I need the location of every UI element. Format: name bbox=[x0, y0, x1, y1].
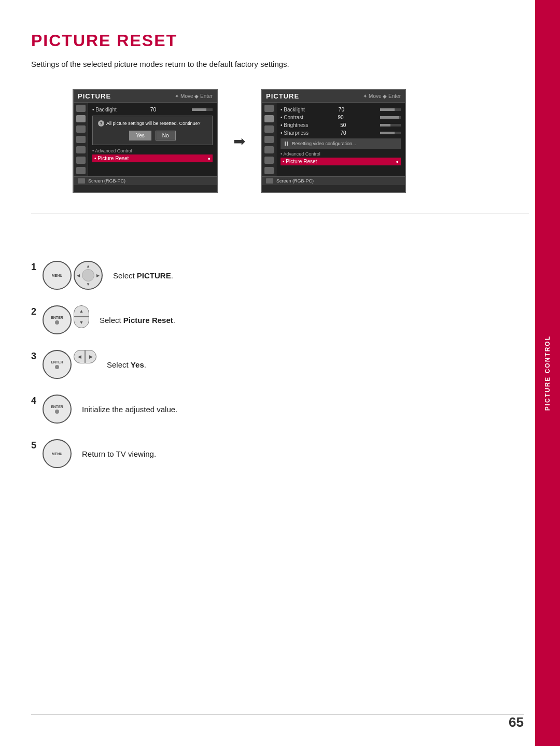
page-title: PICTURE RESET bbox=[31, 31, 529, 50]
after-screen: PICTURE ✦ Move ◆ Enter • Backlight 70 bbox=[261, 89, 406, 193]
after-backlight-label: • Backlight bbox=[281, 107, 305, 112]
after-sharpness-value: 70 bbox=[340, 130, 346, 136]
step-3-text: Select Yes. bbox=[107, 359, 146, 370]
nav-left-1: ◀ bbox=[77, 273, 80, 278]
menu-label-1: MENU bbox=[52, 274, 63, 277]
bottom-line bbox=[31, 714, 524, 715]
after-brightness-label: • Brightness bbox=[281, 122, 309, 128]
step-3-number: 3 bbox=[31, 351, 41, 362]
dialog-text: All picture settings will be resetted. C… bbox=[106, 121, 201, 126]
before-screen-title: PICTURE bbox=[78, 92, 111, 100]
before-footer: Screen (RGB-PC) bbox=[88, 178, 125, 184]
arrow-icon: ➡ bbox=[233, 133, 245, 150]
step-5-text: Return to TV viewing. bbox=[82, 448, 156, 459]
right-sidebar: PICTURE CONTROL bbox=[535, 0, 560, 746]
updown-nav-2[interactable]: ▲ ▼ bbox=[74, 305, 89, 334]
nav-left-3[interactable]: ◀ bbox=[74, 350, 85, 363]
nav-down-2[interactable]: ▼ bbox=[74, 317, 89, 328]
enter-dot-4 bbox=[55, 410, 59, 414]
step-4-text: Initialize the adjusted value. bbox=[82, 404, 177, 415]
nav-center-1 bbox=[82, 269, 94, 281]
leftright-nav-3[interactable]: ◀ ▶ bbox=[74, 350, 96, 363]
before-backlight-value: 70 bbox=[150, 107, 156, 112]
step-5-number: 5 bbox=[31, 440, 41, 451]
before-nav-hint: ✦ Move ◆ Enter bbox=[175, 93, 213, 99]
menu-label-5: MENU bbox=[52, 452, 63, 456]
enter-label-4: ENTER bbox=[51, 405, 63, 409]
step-2: 2 ENTER ▲ ▼ Select Picture Reset. bbox=[31, 305, 529, 334]
after-advanced-control: • Advanced Control bbox=[281, 151, 320, 157]
enter-button-4[interactable]: ENTER bbox=[43, 395, 72, 424]
step-2-number: 2 bbox=[31, 306, 41, 317]
nav-right-3[interactable]: ▶ bbox=[85, 350, 96, 363]
subtitle: Settings of the selected picture modes r… bbox=[31, 60, 529, 68]
page-number: 65 bbox=[509, 714, 524, 730]
enter-button-3[interactable]: ENTER bbox=[43, 350, 72, 379]
step-5: 5 MENU Return to TV viewing. bbox=[31, 439, 529, 468]
steps-section: 1 MENU ▲ ▼ ◀ ▶ Select PICTURE. 2 ENTER bbox=[0, 261, 560, 468]
after-contrast-value: 90 bbox=[338, 115, 343, 120]
enter-dot-3 bbox=[55, 365, 59, 369]
enter-label-3: ENTER bbox=[51, 360, 63, 364]
step-1-text: Select PICTURE. bbox=[113, 270, 173, 281]
enter-button-2[interactable]: ENTER bbox=[43, 305, 72, 334]
after-nav-hint: ✦ Move ◆ Enter bbox=[363, 93, 401, 99]
screenshots-row: PICTURE ✦ Move ◆ Enter • Backlight 70 bbox=[73, 89, 529, 193]
nav-wheel-1[interactable]: ▲ ▼ ◀ ▶ bbox=[74, 261, 103, 290]
no-button[interactable]: No bbox=[156, 131, 176, 140]
nav-up-1: ▲ bbox=[86, 264, 90, 269]
after-footer: Screen (RGB-PC) bbox=[276, 178, 314, 184]
menu-button-5[interactable]: MENU bbox=[43, 439, 72, 468]
after-screen-title: PICTURE bbox=[266, 92, 299, 100]
step-4: 4 ENTER Initialize the adjusted value. bbox=[31, 395, 529, 424]
resetting-text: Resetting video configuration... bbox=[292, 141, 356, 146]
before-screen: PICTURE ✦ Move ◆ Enter • Backlight 70 bbox=[73, 89, 218, 193]
step-1-number: 1 bbox=[31, 262, 41, 273]
nav-down-1: ▼ bbox=[86, 282, 90, 287]
step-3: 3 ENTER ◀ ▶ Select Yes. bbox=[31, 350, 529, 379]
before-backlight-label: • Backlight bbox=[92, 107, 117, 112]
enter-dot-2 bbox=[55, 320, 59, 325]
after-sharpness-label: • Sharpness bbox=[281, 130, 309, 136]
menu-button-1[interactable]: MENU bbox=[43, 261, 72, 290]
after-picture-reset: • Picture Reset bbox=[283, 159, 317, 164]
yes-button[interactable]: Yes bbox=[129, 131, 151, 140]
before-picture-reset: • Picture Reset bbox=[94, 156, 129, 161]
step-1: 1 MENU ▲ ▼ ◀ ▶ Select PICTURE. bbox=[31, 261, 529, 290]
sidebar-label: PICTURE CONTROL bbox=[544, 335, 551, 411]
enter-label-2: ENTER bbox=[51, 316, 63, 319]
after-contrast-label: • Contrast bbox=[281, 115, 303, 120]
before-advanced-control: • Advanced Control bbox=[92, 148, 132, 153]
step-4-number: 4 bbox=[31, 396, 41, 406]
after-brightness-value: 50 bbox=[340, 122, 346, 128]
after-backlight-value: 70 bbox=[339, 107, 344, 112]
nav-right-1: ▶ bbox=[96, 273, 100, 278]
step-2-text: Select Picture Reset. bbox=[100, 315, 175, 326]
nav-up-2[interactable]: ▲ bbox=[74, 305, 89, 317]
